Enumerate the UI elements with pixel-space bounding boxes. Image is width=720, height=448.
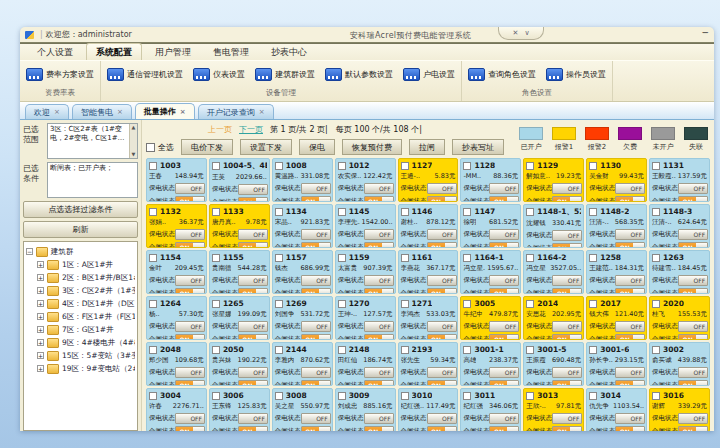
close-icon[interactable]: ✕ [513, 29, 519, 37]
keep-power-toggle[interactable]: OFF [301, 321, 331, 332]
switch-state-toggle[interactable]: ON [489, 196, 519, 202]
meter-card-3006[interactable]: 3006王东锋125.83元保电状态OFF合闸状态ON [209, 388, 270, 431]
keep-power-toggle[interactable]: OFF [427, 229, 457, 240]
room-checkbox[interactable] [275, 162, 283, 170]
keep-power-toggle[interactable]: OFF [364, 413, 394, 424]
room-checkbox[interactable] [463, 254, 471, 262]
switch-state-toggle[interactable]: ON [175, 196, 205, 202]
switch-state-toggle[interactable]: ON [238, 288, 268, 294]
ribbon-button-费率方案设置[interactable]: 费率方案设置 [26, 68, 94, 81]
room-checkbox[interactable] [338, 392, 346, 400]
meter-card-1012[interactable]: 1012农实保..122.42元保电状态OFF合闸状态ON [335, 158, 396, 202]
room-checkbox[interactable] [149, 346, 157, 354]
meter-card-3013[interactable]: 3013王欣-..97.81元保电状态OFF合闸状态ON [523, 388, 584, 431]
keep-power-toggle[interactable]: OFF [678, 183, 708, 194]
meter-card-1164-1[interactable]: 1164-1冯立星..1595.67..保电状态OFF合闸状态ON [460, 250, 521, 294]
room-checkbox[interactable] [275, 392, 283, 400]
room-checkbox[interactable] [589, 346, 597, 354]
keep-power-toggle[interactable]: OFF [615, 367, 645, 378]
switch-state-toggle[interactable]: ON [238, 242, 268, 248]
room-checkbox[interactable] [463, 208, 471, 216]
menu-item-个人设置[interactable]: 个人设置 [28, 44, 82, 60]
keep-power-toggle[interactable]: OFF [364, 367, 394, 378]
meter-card-1264[interactable]: 1264杨..57.30元保电状态OFF合闸状态ON [146, 296, 207, 340]
select-all[interactable]: 全选 [146, 142, 174, 153]
room-checkbox[interactable] [652, 346, 660, 354]
room-checkbox[interactable] [212, 208, 220, 216]
keep-power-toggle[interactable]: OFF [427, 275, 457, 286]
keep-power-toggle[interactable]: OFF [238, 321, 268, 332]
switch-state-toggle[interactable]: ON [364, 196, 394, 202]
room-checkbox[interactable] [652, 208, 660, 216]
meter-card-1145[interactable]: 1145李理先..1542.00..保电状态OFF合闸状态ON [335, 204, 396, 248]
meter-card-1132[interactable]: 1132张娟..36.37元保电状态OFF合闸状态ON [146, 204, 207, 248]
tree-item[interactable]: +2区：B区1#井/B区1#井 [26, 271, 135, 284]
keep-power-toggle[interactable]: OFF [552, 275, 582, 286]
room-checkbox[interactable] [652, 392, 660, 400]
expand-icon[interactable]: + [37, 326, 44, 333]
keep-power-toggle[interactable]: OFF [489, 183, 519, 194]
room-checkbox[interactable] [589, 392, 597, 400]
meter-card-3005[interactable]: 3005牛纪中479.87元保电状态OFF合闸状态ON [460, 296, 521, 340]
room-checkbox[interactable] [526, 162, 534, 170]
ribbon-button-通信管理机设置[interactable]: 通信管理机设置 [107, 68, 183, 81]
room-checkbox[interactable] [338, 254, 346, 262]
meter-card-2014[interactable]: 2014安思花202.95元保电状态OFF合闸状态ON [523, 296, 584, 340]
switch-state-toggle[interactable]: ON [175, 288, 205, 294]
switch-state-toggle[interactable]: ON [175, 334, 205, 340]
switch-state-toggle[interactable]: ON [678, 334, 708, 340]
keep-power-toggle[interactable]: OFF [301, 183, 331, 194]
tree-item[interactable]: +15区：5#变站（3#变电… [26, 349, 135, 362]
room-checkbox[interactable] [149, 254, 157, 262]
room-checkbox[interactable] [652, 162, 660, 170]
action-button-恢复预付费[interactable]: 恢复预付费 [342, 139, 402, 155]
switch-state-toggle[interactable]: ON [175, 242, 205, 248]
switch-state-toggle[interactable]: ON [615, 196, 645, 202]
switch-state-toggle[interactable]: ON [489, 426, 519, 431]
keep-power-toggle[interactable]: OFF [175, 413, 205, 424]
selected-range-box[interactable]: 3区：C区2#表（1#变电，2#变电，C区1#… ▲▼ [47, 123, 138, 159]
switch-state-toggle[interactable]: ON [427, 380, 457, 386]
switch-state-toggle[interactable]: ON [301, 196, 331, 202]
switch-state-toggle[interactable]: ON [238, 380, 268, 386]
switch-state-toggle[interactable]: ON [427, 426, 457, 431]
switch-state-toggle[interactable]: ON [301, 380, 331, 386]
room-checkbox[interactable] [212, 300, 220, 308]
switch-state-toggle[interactable]: ON [489, 334, 519, 340]
ribbon-button-默认参数设置[interactable]: 默认参数设置 [325, 68, 393, 81]
room-checkbox[interactable] [149, 208, 157, 216]
meter-card-2050[interactable]: 2050贵兴妹190.22元保电状态OFF合闸状态ON [209, 342, 270, 386]
meter-card-2144[interactable]: 2144李雅内870.62元保电状态OFF合闸状态ON [272, 342, 333, 386]
ribbon-button-仪表设置[interactable]: 仪表设置 [193, 68, 245, 81]
meter-card-1008[interactable]: 1008黄温路..331.08元保电状态OFF合闸状态ON [272, 158, 333, 202]
keep-power-toggle[interactable]: OFF [301, 367, 331, 378]
meter-card-1155[interactable]: 1155贵南德544.28元保电状态OFF合闸状态ON [209, 250, 270, 294]
tree-item[interactable]: +3区：C区2#井（1#变… [26, 284, 135, 297]
switch-state-toggle[interactable]: ON [678, 380, 708, 386]
tree-item[interactable]: +4区：D区1#井（D区1… [26, 297, 135, 310]
room-checkbox[interactable] [275, 300, 283, 308]
ribbon-button-建筑群设置[interactable]: 建筑群设置 [255, 68, 315, 81]
meter-card-1157[interactable]: 1157钱杰686.99元保电状态OFF合闸状态ON [272, 250, 333, 294]
meter-card-1164-2[interactable]: 1164-2冯立星3527.05..保电状态OFF合闸状态ON [523, 250, 584, 294]
action-button-保电[interactable]: 保电 [299, 139, 335, 155]
keep-power-toggle[interactable]: OFF [552, 230, 582, 241]
select-all-checkbox[interactable] [146, 143, 155, 152]
menu-item-用户管理[interactable]: 用户管理 [146, 44, 200, 60]
switch-state-toggle[interactable]: ON [427, 196, 457, 202]
expand-icon[interactable]: + [37, 365, 44, 372]
meter-card-2020[interactable]: 2020桂飞155.53元保电状态OFF合闸状态ON [649, 296, 710, 340]
meter-card-1154[interactable]: 1154金叶209.45元保电状态OFF合闸状态ON [146, 250, 207, 294]
meter-card-1265[interactable]: 1265张星娜199.09元保电状态OFF合闸状态ON [209, 296, 270, 340]
room-checkbox[interactable] [275, 254, 283, 262]
meter-card-2048[interactable]: 2048郑少国109.68元保电状态OFF合闸状态ON [146, 342, 207, 386]
meter-card-3008[interactable]: 3008吴之星550.97元保电状态OFF合闸状态ON [272, 388, 333, 431]
room-checkbox[interactable] [401, 346, 409, 354]
meter-card-1148-3[interactable]: 1148-3汪清-..624.64元保电状态OFF合闸状态ON [649, 204, 710, 248]
collapse-expander-icon[interactable]: − [26, 248, 33, 255]
menu-item-系统配置[interactable]: 系统配置 [86, 43, 142, 60]
switch-state-toggle[interactable]: ON [301, 426, 331, 431]
tab-close-icon[interactable]: × [54, 108, 60, 116]
switch-state-toggle[interactable]: ON [615, 288, 645, 294]
action-button-抄表写址[interactable]: 抄表写址 [452, 139, 504, 155]
